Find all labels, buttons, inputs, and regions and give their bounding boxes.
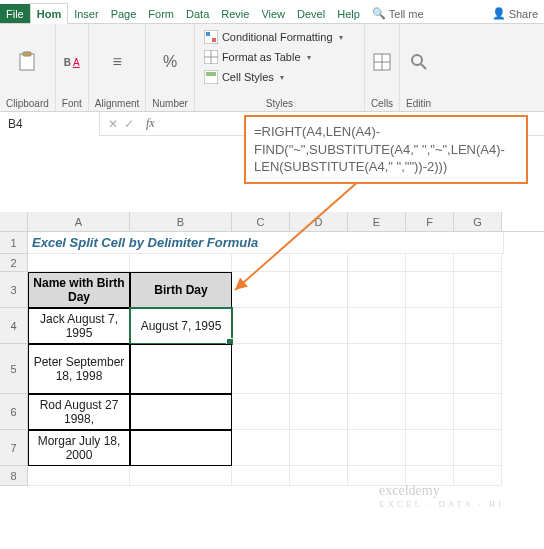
alignment-label: Alignment (95, 96, 139, 109)
cell-A7[interactable]: Morgar July 18, 2000 (28, 430, 130, 466)
row-header-5[interactable]: 5 (0, 344, 28, 394)
cell-C3[interactable] (232, 272, 290, 308)
cell-A5[interactable]: Peter September 18, 1998 (28, 344, 130, 394)
col-header-E[interactable]: E (348, 212, 406, 231)
tab-file[interactable]: File (0, 4, 30, 23)
cell-G5[interactable] (454, 344, 502, 394)
cell-E7[interactable] (348, 430, 406, 466)
tab-page[interactable]: Page (105, 4, 143, 23)
name-box[interactable] (0, 112, 100, 136)
col-header-D[interactable]: D (290, 212, 348, 231)
group-alignment[interactable]: ≡ Alignment (89, 24, 146, 111)
cell-D4[interactable] (290, 308, 348, 344)
row-header-4[interactable]: 4 (0, 308, 28, 344)
cell-C7[interactable] (232, 430, 290, 466)
table-icon (204, 50, 218, 64)
cell-D2[interactable] (290, 254, 348, 272)
cell-B5[interactable] (130, 344, 232, 394)
conditional-formatting-button[interactable]: Conditional Formatting▾ (201, 28, 358, 46)
tab-home[interactable]: Hom (30, 3, 68, 24)
cell-styles-button[interactable]: Cell Styles▾ (201, 68, 358, 86)
row-header-8[interactable]: 8 (0, 466, 28, 486)
bold-icon[interactable]: B (64, 57, 71, 68)
cell-C5[interactable] (232, 344, 290, 394)
cell-B2[interactable] (130, 254, 232, 272)
row-header-7[interactable]: 7 (0, 430, 28, 466)
font-color-icon[interactable]: A (73, 57, 80, 68)
cell-E6[interactable] (348, 394, 406, 430)
cell-F2[interactable] (406, 254, 454, 272)
cell-F6[interactable] (406, 394, 454, 430)
col-header-B[interactable]: B (130, 212, 232, 231)
tab-help[interactable]: Help (331, 4, 366, 23)
cell-E4[interactable] (348, 308, 406, 344)
cell-C2[interactable] (232, 254, 290, 272)
row-header-6[interactable]: 6 (0, 394, 28, 430)
group-font[interactable]: B A Font (56, 24, 89, 111)
cell-F7[interactable] (406, 430, 454, 466)
group-cells[interactable]: Cells (365, 24, 400, 111)
chevron-down-icon: ▾ (280, 73, 284, 82)
cell-A4[interactable]: Jack August 7, 1995 (28, 308, 130, 344)
cell-G7[interactable] (454, 430, 502, 466)
cell-E5[interactable] (348, 344, 406, 394)
col-header-G[interactable]: G (454, 212, 502, 231)
tab-developer[interactable]: Devel (291, 4, 331, 23)
header-name-birthday[interactable]: Name with Birth Day (28, 272, 130, 308)
row-header-2[interactable]: 2 (0, 254, 28, 272)
cell-E3[interactable] (348, 272, 406, 308)
tab-review[interactable]: Revie (215, 4, 255, 23)
col-header-A[interactable]: A (28, 212, 130, 231)
tab-view[interactable]: View (255, 4, 291, 23)
cell-D6[interactable] (290, 394, 348, 430)
cell-G6[interactable] (454, 394, 502, 430)
cell-F5[interactable] (406, 344, 454, 394)
cell-F4[interactable] (406, 308, 454, 344)
cell-B8[interactable] (130, 466, 232, 486)
col-header-F[interactable]: F (406, 212, 454, 231)
row-header-1[interactable]: 1 (0, 232, 28, 254)
cell-C6[interactable] (232, 394, 290, 430)
fx-icon[interactable]: fx (140, 116, 161, 131)
cell-G2[interactable] (454, 254, 502, 272)
svg-line-14 (421, 64, 426, 69)
cell-D7[interactable] (290, 430, 348, 466)
cell-B6[interactable] (130, 394, 232, 430)
tab-insert[interactable]: Inser (68, 4, 104, 23)
tab-data[interactable]: Data (180, 4, 215, 23)
styles-label: Styles (201, 96, 358, 109)
cell-A2[interactable] (28, 254, 130, 272)
cell-F3[interactable] (406, 272, 454, 308)
cell-E2[interactable] (348, 254, 406, 272)
header-birthday[interactable]: Birth Day (130, 272, 232, 308)
tab-share[interactable]: 👤Share (486, 3, 544, 23)
cell-C8[interactable] (232, 466, 290, 486)
svg-rect-4 (212, 38, 216, 42)
cell-B7[interactable] (130, 430, 232, 466)
cell-G3[interactable] (454, 272, 502, 308)
cell-A8[interactable] (28, 466, 130, 486)
tab-formulas[interactable]: Form (142, 4, 180, 23)
row-header-3[interactable]: 3 (0, 272, 28, 308)
cell-styles-label: Cell Styles (222, 71, 274, 83)
format-as-table-button[interactable]: Format as Table▾ (201, 48, 358, 66)
title-cell[interactable]: Excel Split Cell by Delimiter Formula (28, 232, 504, 254)
cell-C4[interactable] (232, 308, 290, 344)
select-all-corner[interactable] (0, 212, 28, 231)
cell-D8[interactable] (290, 466, 348, 486)
group-editing[interactable]: Editin (400, 24, 437, 111)
formula-display[interactable]: =RIGHT(A4,LEN(A4)-FIND("~",SUBSTITUTE(A4… (244, 115, 528, 184)
group-clipboard[interactable]: Clipboard (0, 24, 56, 111)
group-number[interactable]: % Number (146, 24, 195, 111)
col-header-C[interactable]: C (232, 212, 290, 231)
cell-D3[interactable] (290, 272, 348, 308)
enter-formula-icon[interactable]: ✓ (124, 117, 134, 131)
cell-D5[interactable] (290, 344, 348, 394)
tab-tellme[interactable]: 🔍Tell me (366, 3, 430, 23)
spreadsheet-grid[interactable]: A B C D E F G 1 Excel Split Cell by Deli… (0, 212, 544, 486)
cells-icon (372, 51, 392, 73)
cell-A6[interactable]: Rod August 27 1998, (28, 394, 130, 430)
cancel-formula-icon[interactable]: ✕ (108, 117, 118, 131)
cell-G4[interactable] (454, 308, 502, 344)
cell-B4[interactable]: August 7, 1995 (130, 308, 232, 344)
